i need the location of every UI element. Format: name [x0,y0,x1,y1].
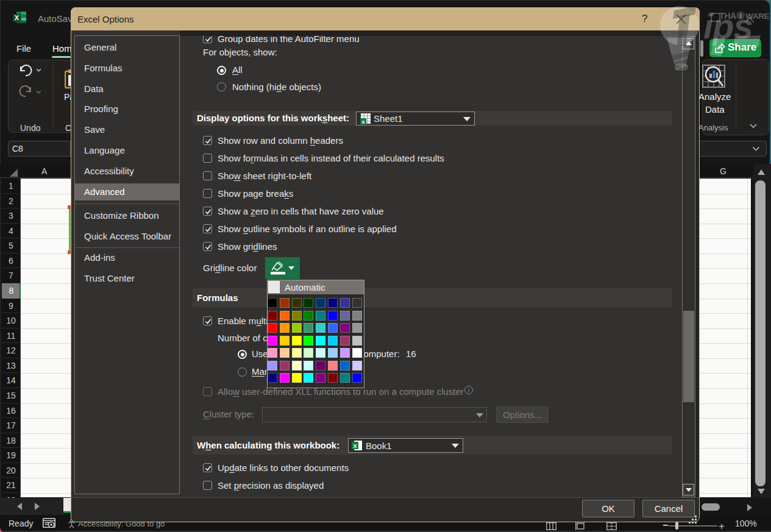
svg-text:x: x [361,119,364,125]
svg-text:WARE: WARE [745,12,770,21]
svg-text:THA: THA [719,11,736,21]
svg-text:i: i [740,12,742,20]
svg-text:X: X [15,14,20,21]
svg-text:X: X [353,443,357,449]
